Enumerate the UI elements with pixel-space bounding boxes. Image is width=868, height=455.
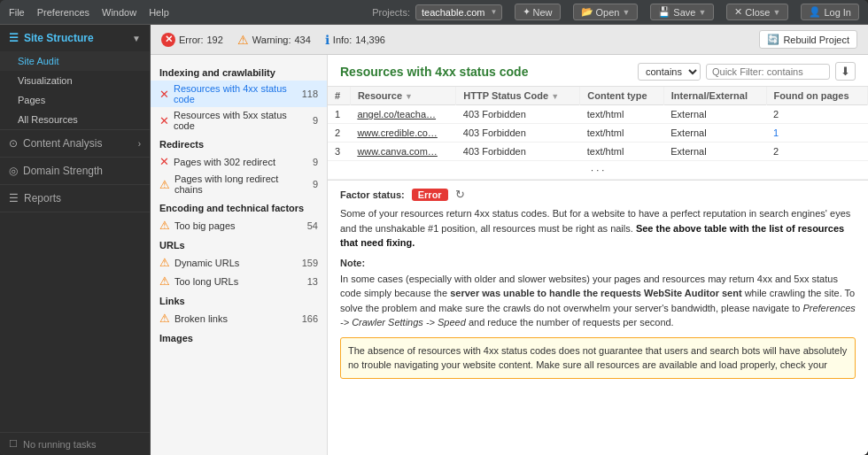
links-section-title: Links	[151, 290, 327, 309]
col-internal-external: Internal/External	[663, 87, 766, 105]
col-resource[interactable]: Resource ▼	[350, 87, 455, 105]
table-wrapper: # Resource ▼ HTTP Status Code ▼ Content …	[328, 87, 868, 180]
col-status[interactable]: HTTP Status Code ▼	[456, 87, 580, 105]
download-button[interactable]: ⬇	[835, 62, 856, 81]
sidebar-section-content-analysis: ⊙ Content Analysis ›	[0, 130, 150, 158]
status-bar: ✕ Error: 192 ⚠ Warning: 434 ℹ Info: 14,3…	[151, 25, 868, 55]
reports-icon: ☰	[9, 192, 19, 204]
save-button[interactable]: 💾 Save ▼	[650, 4, 714, 20]
sidebar-content-analysis-header[interactable]: ⊙ Content Analysis ›	[0, 130, 150, 157]
sidebar-item-all-resources[interactable]: All Resources	[0, 110, 150, 129]
highlight-box: The absence of resources with 4xx status…	[340, 337, 856, 379]
audit-item-5xx[interactable]: ✕ Resources with 5xx status code 9	[151, 107, 327, 134]
factor-status-row: Factor status: Error ↻	[340, 188, 856, 201]
menu-preferences[interactable]: Preferences	[37, 7, 89, 18]
chevron-down-icon: ▼	[132, 34, 141, 43]
detail-header: Resources with 4xx status code contains …	[328, 55, 868, 87]
projects-bar: Projects: teachable.com	[372, 4, 501, 20]
audit-item-broken-links[interactable]: ⚠ Broken links 166	[151, 309, 327, 328]
audit-item-302[interactable]: ✕ Pages with 302 redirect 9	[151, 152, 327, 171]
images-section-title: Images	[151, 328, 327, 346]
redirects-section-title: Redirects	[151, 134, 327, 152]
info-badge: ℹ Info: 14,396	[325, 33, 385, 47]
sidebar-reports-header[interactable]: ☰ Reports	[0, 185, 150, 212]
factor-description: Some of your resources return 4xx status…	[340, 206, 856, 251]
resource-link-2[interactable]: www.credible.co…	[350, 124, 455, 143]
audit-item-big-pages[interactable]: ⚠ Too big pages 54	[151, 216, 327, 235]
sidebar: ☰ Site Structure ▼ Site Audit Visualizat…	[0, 25, 151, 455]
menu-bar: File Preferences Window Help Projects: t…	[0, 0, 868, 25]
resources-table: # Resource ▼ HTTP Status Code ▼ Content …	[328, 87, 868, 180]
factor-status-label: Factor status:	[340, 189, 405, 200]
audit-panel: Indexing and crawlability ✕ Resources wi…	[151, 55, 328, 455]
menu-help[interactable]: Help	[149, 7, 169, 18]
site-structure-icon: ☰	[9, 32, 19, 44]
table-row: 3 www.canva.com… 403 Forbidden text/html…	[328, 143, 868, 161]
warning-count: 434	[294, 35, 310, 45]
app-window: File Preferences Window Help Projects: t…	[0, 0, 868, 455]
error-icon: ✕	[159, 114, 169, 127]
audit-item-dynamic-urls[interactable]: ⚠ Dynamic URLs 159	[151, 253, 327, 272]
sidebar-footer: ☐ No running tasks	[0, 432, 150, 455]
warning-label: Warning:	[252, 35, 291, 45]
rebuild-button[interactable]: 🔄 Rebuild Project	[759, 30, 857, 49]
close-icon: ✕	[734, 6, 742, 18]
note-text: In some cases (especially with older and…	[340, 272, 856, 330]
warning-icon: ⚠	[159, 274, 170, 288]
resource-link-3[interactable]: www.canva.com…	[350, 143, 455, 161]
projects-dropdown[interactable]: teachable.com	[415, 4, 502, 20]
detail-panel: Resources with 4xx status code contains …	[328, 55, 868, 455]
open-button[interactable]: 📂 Open ▼	[573, 4, 639, 20]
close-button[interactable]: ✕ Close ▼	[726, 4, 788, 20]
factor-status-badge: Error	[412, 189, 448, 201]
refresh-icon[interactable]: ↻	[455, 188, 465, 201]
two-panel: Indexing and crawlability ✕ Resources wi…	[151, 55, 868, 455]
sidebar-item-site-audit[interactable]: Site Audit	[0, 51, 150, 71]
new-button[interactable]: ✦ New	[515, 4, 561, 20]
tasks-icon: ☐	[9, 438, 18, 450]
sidebar-domain-strength-header[interactable]: ◎ Domain Strength	[0, 158, 150, 184]
error-icon: ✕	[161, 33, 175, 47]
warning-icon: ⚠	[159, 178, 170, 191]
warning-icon: ⚠	[237, 33, 249, 47]
warning-icon: ⚠	[159, 219, 170, 232]
sidebar-item-visualization[interactable]: Visualization	[0, 71, 150, 90]
filter-select[interactable]: contains	[638, 63, 701, 81]
menu-file[interactable]: File	[9, 7, 25, 18]
warning-icon: ⚠	[159, 312, 170, 325]
login-button[interactable]: 👤 Log In	[801, 4, 859, 20]
error-count: 192	[207, 35, 223, 45]
audit-item-long-urls[interactable]: ⚠ Too long URLs 13	[151, 272, 327, 290]
table-row: 2 www.credible.co… 403 Forbidden text/ht…	[328, 124, 868, 143]
col-content: Content type	[580, 87, 664, 105]
filter-area: contains ⬇	[638, 62, 856, 81]
error-icon: ✕	[159, 155, 169, 168]
project-name: teachable.com	[422, 7, 485, 18]
filter-input[interactable]	[706, 64, 830, 80]
resource-link-1[interactable]: angel.co/teacha…	[350, 105, 455, 124]
sidebar-site-structure-header[interactable]: ☰ Site Structure ▼	[0, 25, 150, 51]
error-badge: ✕ Error: 192	[161, 33, 223, 47]
table-row: 1 angel.co/teacha… 403 Forbidden text/ht…	[328, 105, 868, 124]
ellipsis-row: · · ·	[328, 161, 868, 180]
content-analysis-icon: ⊙	[9, 137, 18, 150]
col-num: #	[328, 87, 350, 105]
main-layout: ☰ Site Structure ▼ Site Audit Visualizat…	[0, 25, 868, 455]
info-label: Info:	[333, 35, 352, 45]
factor-section: Factor status: Error ↻ Some of your reso…	[328, 180, 868, 455]
info-count: 14,396	[355, 35, 385, 45]
rebuild-icon: 🔄	[767, 34, 779, 45]
user-icon: 👤	[809, 6, 821, 18]
projects-label: Projects:	[372, 7, 410, 18]
menu-window[interactable]: Window	[102, 7, 136, 18]
sidebar-section-site-structure: ☰ Site Structure ▼ Site Audit Visualizat…	[0, 25, 150, 130]
error-icon: ✕	[159, 88, 169, 101]
audit-item-4xx[interactable]: ✕ Resources with 4xx status code 118	[151, 81, 327, 107]
open-icon: 📂	[581, 6, 593, 18]
sidebar-item-pages[interactable]: Pages	[0, 90, 150, 110]
indexing-section-title: Indexing and crawlability	[151, 62, 327, 81]
audit-item-long-redirect[interactable]: ⚠ Pages with long redirect chains 9	[151, 171, 327, 197]
content-area: ✕ Error: 192 ⚠ Warning: 434 ℹ Info: 14,3…	[151, 25, 868, 455]
warning-badge: ⚠ Warning: 434	[237, 33, 311, 47]
save-icon: 💾	[658, 6, 670, 18]
